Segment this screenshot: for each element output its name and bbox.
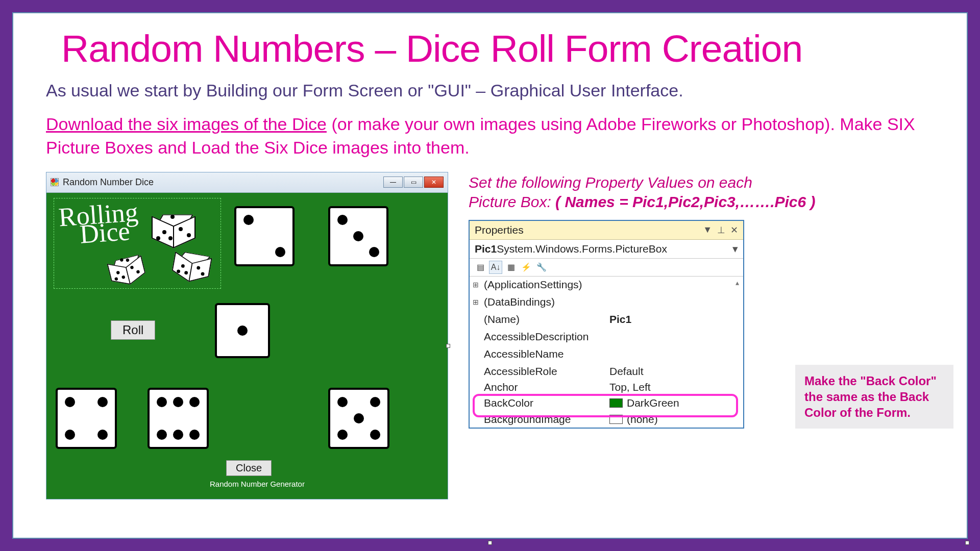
roll-button[interactable]: Roll xyxy=(111,320,155,340)
prop-row-bgimage[interactable]: BackgroundImage (none) xyxy=(470,412,743,428)
pin-icon[interactable]: ⊥ xyxy=(717,224,725,236)
prop-label: BackgroundImage xyxy=(482,413,605,425)
left-column: Random Number Dice — ▭ ✕ Rolling D xyxy=(46,172,448,499)
resize-handle-corner[interactable] xyxy=(965,541,969,545)
set-line2-prefix: Picture Box: xyxy=(469,193,555,210)
scroll-up-icon[interactable]: ▴ xyxy=(732,279,742,289)
iso-die-2 xyxy=(169,247,213,284)
set-instruction-line2: Picture Box: ( Names = Pic1,Pic2,Pic3,……… xyxy=(469,193,934,211)
properties-toolbar: ▤ A↓ ▦ ⚡ 🔧 xyxy=(470,259,743,277)
intro-text: As usual we start by Building our Form S… xyxy=(46,81,934,101)
expand-icon[interactable]: ⊞ xyxy=(470,298,482,306)
properties-panel: Properties ▼ ⊥ ✕ Pic1 System.Windows.For… xyxy=(469,220,744,429)
set-instruction-line1: Set the following Property Values on eac… xyxy=(469,174,934,191)
close-window-button[interactable]: ✕ xyxy=(424,177,444,188)
logo-text: Rolling Dice xyxy=(58,203,140,245)
prop-value: Pic1 xyxy=(609,313,631,325)
download-link[interactable]: Download the six images of the Dice xyxy=(46,114,327,134)
pic3-die[interactable] xyxy=(328,206,388,266)
properties-header-icons: ▼ ⊥ ✕ xyxy=(703,224,738,236)
prop-label: (DataBindings) xyxy=(482,296,605,308)
iso-die-1 xyxy=(150,211,196,246)
close-form-button[interactable]: Close xyxy=(226,460,272,476)
wrench-icon[interactable]: 🔧 xyxy=(535,261,548,274)
prop-label: Anchor xyxy=(482,381,605,393)
titlebar: Random Number Dice — ▭ ✕ xyxy=(46,172,448,193)
prop-row-accrole[interactable]: AccessibleRole Default xyxy=(470,363,743,381)
prop-label: AccessibleRole xyxy=(482,365,605,378)
subheader-dropdown-icon[interactable]: ▾ xyxy=(732,243,738,255)
properties-header: Properties ▼ ⊥ ✕ xyxy=(470,221,743,240)
app-icon xyxy=(51,178,59,186)
prop-label: (ApplicationSettings) xyxy=(482,279,605,291)
prop-row-appsettings[interactable]: ⊞ (ApplicationSettings) xyxy=(470,277,743,294)
prop-value: Top, Left xyxy=(605,381,743,393)
pic5-die[interactable] xyxy=(328,388,389,449)
image-swatch-icon xyxy=(609,415,623,424)
window-controls: — ▭ ✕ xyxy=(383,177,444,188)
pic1-die[interactable] xyxy=(215,303,270,358)
footer-label: Random Number Generator xyxy=(210,480,305,488)
selected-control-name: Pic1 xyxy=(475,243,497,255)
right-column: Set the following Property Values on eac… xyxy=(469,172,934,429)
close-panel-icon[interactable]: ✕ xyxy=(730,224,738,236)
expand-icon[interactable]: ⊞ xyxy=(470,281,482,289)
prop-row-databindings[interactable]: ⊞ (DataBindings) xyxy=(470,294,743,311)
prop-row-accname[interactable]: AccessibleName xyxy=(470,346,743,363)
property-pages-icon[interactable]: ▦ xyxy=(504,261,518,274)
resize-handle-bottom[interactable] xyxy=(488,541,492,545)
properties-grid: ▴ ⊞ (ApplicationSettings) ⊞ (DataBinding… xyxy=(470,277,743,428)
prop-value: (none) xyxy=(627,413,658,425)
properties-header-title: Properties xyxy=(475,224,703,236)
iso-die-3 xyxy=(105,251,147,288)
color-swatch-icon xyxy=(609,398,623,408)
pic4-die[interactable] xyxy=(56,388,117,449)
categorized-icon[interactable]: ▤ xyxy=(474,261,487,274)
pic2-die[interactable] xyxy=(234,206,295,266)
prop-row-backcolor[interactable]: BackColor DarkGreen xyxy=(470,395,743,412)
instruction-text: Download the six images of the Dice (or … xyxy=(46,113,934,160)
prop-label: AccessibleName xyxy=(482,348,605,360)
set-line2-names: ( Names = Pic1,Pic2,Pic3,…….Pic6 ) xyxy=(555,193,815,210)
prop-value: DarkGreen xyxy=(627,397,679,409)
prop-label: BackColor xyxy=(482,397,605,409)
prop-row-anchor[interactable]: Anchor Top, Left xyxy=(470,381,743,395)
slide-body: Random Numbers – Dice Roll Form Creation… xyxy=(12,12,968,539)
prop-value: Default xyxy=(605,365,743,378)
prop-row-accdesc[interactable]: AccessibleDescription xyxy=(470,329,743,346)
resize-handle-right[interactable] xyxy=(446,344,450,348)
pic6-die[interactable] xyxy=(148,388,209,449)
lower-columns: Random Number Dice — ▭ ✕ Rolling D xyxy=(46,172,934,499)
prop-label: AccessibleDescription xyxy=(482,331,605,343)
maximize-button[interactable]: ▭ xyxy=(404,177,423,188)
prop-label: (Name) xyxy=(482,313,605,325)
events-icon[interactable]: ⚡ xyxy=(520,261,533,274)
page-title: Random Numbers – Dice Roll Form Creation xyxy=(61,27,934,70)
slide-frame: Random Numbers – Dice Roll Form Creation… xyxy=(0,0,980,551)
dropdown-icon[interactable]: ▼ xyxy=(703,224,712,235)
callout-note: Make the "Back Color" the same as the Ba… xyxy=(795,365,953,429)
logo-line2: Dice xyxy=(79,216,131,249)
minimize-button[interactable]: — xyxy=(383,177,403,188)
logo-picturebox[interactable]: Rolling Dice xyxy=(54,198,221,289)
window-title: Random Number Dice xyxy=(63,177,383,188)
form-canvas: Rolling Dice xyxy=(46,193,448,499)
selected-control-type: System.Windows.Forms.PictureBox xyxy=(497,243,667,255)
prop-row-name[interactable]: (Name) Pic1 xyxy=(470,311,743,329)
winform-window: Random Number Dice — ▭ ✕ Rolling D xyxy=(46,172,448,499)
properties-subheader[interactable]: Pic1 System.Windows.Forms.PictureBox ▾ xyxy=(470,240,743,259)
alphabetical-icon[interactable]: A↓ xyxy=(489,261,502,274)
